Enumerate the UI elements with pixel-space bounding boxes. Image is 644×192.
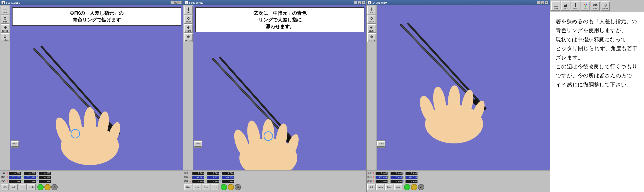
green-indicator-2[interactable]: [221, 184, 227, 190]
instruction-box-2: ②次に「中指元」の青色リングで人差し指に添わせます。: [195, 7, 364, 32]
close-btn-3[interactable]: ×: [545, 1, 548, 4]
sidebar-sound-2[interactable]: sound: [184, 24, 193, 33]
sidebar-sound-3[interactable]: sound: [367, 24, 376, 33]
title-icon-1: N: [2, 1, 5, 4]
redo-btn-1[interactable]: redo: [28, 184, 36, 190]
undo-btn-2[interactable]: undo: [193, 184, 201, 190]
gear-indicator-3[interactable]: ⚙: [418, 184, 424, 190]
color-btn[interactable]: color: [581, 2, 590, 11]
title-text-3: StudioNEO: [372, 1, 537, 4]
operate-btn-3[interactable]: 操作: [367, 184, 376, 190]
panel-body-2: add anim sound: [183, 5, 366, 170]
hand-svg-1: [10, 22, 183, 170]
coords-scale-2: 拡縮 X 1.000 Y 1.000 Z 1.000: [184, 179, 366, 183]
svg-point-44: [371, 36, 372, 37]
circle-btns-3: ⚙: [404, 184, 424, 190]
zoom-fit-btn-3[interactable]: 注視点: [377, 141, 386, 146]
sidebar-system-3[interactable]: system: [367, 33, 376, 42]
maximize-btn-3[interactable]: □: [541, 1, 544, 4]
coords-rotation-1: 回転 X 357.652 Y 523.003 Z 0.000: [1, 175, 182, 179]
system-icon-1: [3, 34, 8, 39]
nav-label-3: 注視点: [377, 141, 386, 146]
green-indicator-1[interactable]: [38, 184, 44, 190]
anim-icon-3: [369, 16, 374, 21]
close-btn-1[interactable]: ×: [178, 1, 182, 4]
panel-body-1: add anim sound: [0, 5, 183, 170]
sidebar-sound-1[interactable]: sound: [1, 24, 10, 33]
studio-panel-2: N StudioNEO _ □ × add: [183, 0, 366, 192]
gear-indicator-1[interactable]: ⚙: [52, 184, 58, 190]
svg-rect-1: [5, 8, 5, 11]
text-content-area: 箸を狭めるのも「人差し指元」の 青色リングを使用しますが、 現状では中指が邪魔に…: [550, 12, 644, 192]
win-buttons-1: _ □ ×: [170, 1, 182, 4]
orange-indicator-3[interactable]: [411, 184, 417, 190]
redo-btn-2[interactable]: redo: [211, 184, 219, 190]
sidebar-system-1[interactable]: system: [1, 33, 10, 42]
system-icon-3: [369, 34, 374, 39]
zoom-fit-btn-2[interactable]: 注視点: [194, 141, 202, 146]
orange-indicator-1[interactable]: [44, 184, 51, 190]
minimize-btn-1[interactable]: _: [170, 1, 174, 4]
coords-scale-1: 拡縮 X 1.000 Y 1.000 Z 1.000: [1, 179, 182, 183]
svg-rect-21: [188, 8, 188, 11]
maximize-btn-2[interactable]: □: [358, 1, 361, 4]
sidebar-anim-3[interactable]: anim: [367, 15, 376, 24]
maximize-btn-1[interactable]: □: [174, 1, 178, 4]
work-icon: [563, 3, 568, 8]
panel-body-3: add anim sound: [366, 5, 550, 170]
anim-icon-2: [186, 16, 191, 21]
svg-point-69: [605, 5, 606, 6]
minimize-btn-2[interactable]: _: [354, 1, 357, 4]
sidebar-add-1[interactable]: add: [1, 6, 10, 15]
free-btn-3[interactable]: free: [385, 184, 394, 190]
work-btn[interactable]: Work: [561, 2, 570, 11]
sound-icon-2: [186, 25, 191, 30]
operate-btn-2[interactable]: 操作: [184, 184, 192, 190]
svg-point-22: [188, 17, 189, 18]
coords-scale-3: 拡縮 X 1.000 Y 1.000 Z 1.000: [367, 179, 549, 183]
orange-indicator-2[interactable]: [228, 184, 234, 190]
win-buttons-3: _ □ ×: [537, 1, 548, 4]
sidebar-anim-2[interactable]: anim: [184, 15, 193, 24]
operate-btn-1[interactable]: 操作: [1, 184, 9, 190]
green-indicator-3[interactable]: [404, 184, 410, 190]
free-btn-1[interactable]: free: [18, 184, 27, 190]
top-toolbar-row: menu Work move: [550, 0, 644, 12]
action-btns-2: 操作 undo free redo ⚙: [184, 184, 366, 190]
sidebar-anim-1[interactable]: anim: [1, 15, 10, 24]
title-text-1: StudioNEO: [6, 1, 170, 4]
close-btn-2[interactable]: ×: [362, 1, 365, 4]
option-btn[interactable]: option: [600, 2, 610, 11]
titlebar-1: N StudioNEO _ □ ×: [0, 0, 183, 5]
bottom-section-3: 位置 X 0.000 Y 0.000 Z 0.000 回転 X 357.658 …: [366, 170, 550, 192]
view-btn[interactable]: view: [591, 2, 600, 11]
title-icon-3: N: [368, 1, 372, 4]
sidebar-add-2[interactable]: add: [184, 6, 193, 15]
menu-btn[interactable]: menu: [551, 2, 560, 11]
svg-rect-59: [554, 4, 558, 4]
title-text-2: StudioNEO: [189, 1, 354, 4]
zoom-fit-btn-1[interactable]: 注視点: [10, 141, 19, 146]
gear-indicator-2[interactable]: ⚙: [235, 184, 241, 190]
circle-btns-2: ⚙: [221, 184, 241, 190]
undo-btn-1[interactable]: undo: [10, 184, 18, 190]
sidebar-add-3[interactable]: add: [367, 6, 376, 15]
redo-btn-3[interactable]: redo: [394, 184, 402, 190]
minimize-btn-3[interactable]: _: [537, 1, 540, 4]
studio-panel-3: N StudioNEO _ □ × add: [366, 0, 550, 192]
move-btn[interactable]: move: [571, 2, 580, 11]
sidebar-system-2[interactable]: system: [184, 33, 193, 42]
sound-icon-3: [369, 25, 374, 30]
svg-point-2: [4, 17, 6, 18]
svg-rect-60: [554, 5, 558, 5]
panel-content-1: ①FKの「人差し指元」の青色リングで拡げます: [10, 5, 183, 170]
nav-buttons-1: 注視点: [10, 141, 19, 146]
sound-icon-1: [3, 25, 8, 30]
panel-content-3: 注視点: [377, 5, 550, 170]
svg-point-42: [371, 17, 372, 18]
undo-btn-3[interactable]: undo: [376, 184, 384, 190]
free-btn-2[interactable]: free: [202, 184, 210, 190]
option-icon: [602, 3, 608, 8]
coords-rotation-2: 回転 X 352.208 Y 8.017 Z 503.078: [184, 175, 366, 179]
instruction-box-1: ①FKの「人差し指元」の青色リングで拡げます: [12, 7, 181, 26]
